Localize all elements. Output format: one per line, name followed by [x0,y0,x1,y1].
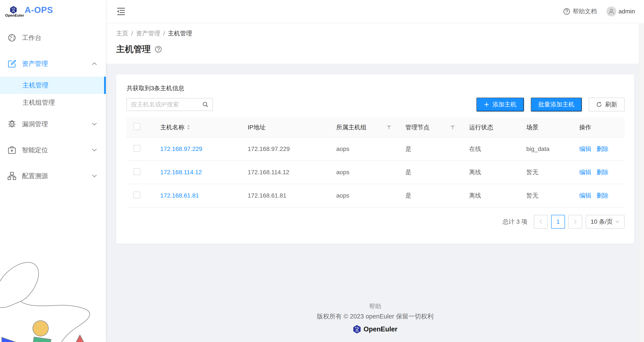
row-checkbox[interactable] [134,168,140,175]
bug-icon [7,120,16,129]
title-help-icon[interactable] [155,46,162,53]
row-checkbox[interactable] [134,192,140,198]
filter-icon[interactable] [386,125,392,130]
delete-link[interactable]: 删除 [596,146,608,152]
col-host-name: 主机名称 [160,123,184,132]
add-host-button[interactable]: 添加主机 [476,98,524,112]
app-title: A-OPS [24,5,53,15]
edit-square-icon [7,59,16,68]
user-menu[interactable]: admin [606,6,635,16]
sidebar-item-vulnerability[interactable]: 漏洞管理 [0,111,106,137]
topbar: 帮助文档 admin [106,0,644,23]
col-run-status: 运行状态 [469,124,493,130]
sidebar-subitem-label: 主机管理 [22,81,48,90]
sidebar-decoration [0,256,106,342]
chevron-up-icon [92,62,97,66]
footer-help-link[interactable]: 帮助 [116,302,634,310]
table-row: 172.168.61.81 172.168.61.81 aops 是 离线 暂无… [126,184,624,207]
chevron-down-icon [92,148,97,152]
help-doc-link[interactable]: 帮助文档 [563,7,597,16]
pagination: 总计 3 项 1 10 条/页 [126,215,624,229]
management-node: 是 [405,146,412,152]
host-name-link[interactable]: 172.168.61.81 [160,192,199,199]
chevron-down-icon [92,122,97,126]
search-input[interactable] [131,101,202,108]
sidebar-item-label: 配置溯源 [22,172,48,180]
app-logo[interactable]: OpenEuler A-OPS [0,0,106,25]
col-ip: IP地址 [248,124,266,130]
delete-link[interactable]: 删除 [596,169,608,176]
openeuler-wordmark: OpenEuler [5,14,22,18]
management-node: 是 [405,192,412,199]
col-management-node: 管理节点 [405,123,430,132]
table-row: 172.168.114.12 172.168.114.12 aops 是 离线 … [126,161,624,184]
sidebar-item-workbench[interactable]: 工作台 [0,25,106,51]
pagination-total: 总计 3 项 [502,218,528,226]
host-name-link[interactable]: 172.168.97.229 [160,146,202,152]
breadcrumb-separator: / [131,30,133,37]
prev-page-button[interactable] [534,215,548,229]
search-box [126,98,213,111]
breadcrumb-home[interactable]: 主页 [116,29,128,38]
host-group: aops [336,146,350,152]
sidebar-item-host-management[interactable]: 主机管理 [0,77,106,94]
breadcrumb-assets[interactable]: 资产管理 [136,29,160,38]
batch-add-host-button[interactable]: 批量添加主机 [531,98,582,112]
add-host-label: 添加主机 [492,100,516,108]
host-count-text: 共获取到3条主机信息 [126,74,624,92]
sidebar-item-label: 工作台 [22,34,42,42]
table-header-row: 主机名称 IP地址 所属主机组 管理节点 [126,118,624,137]
page-size-value: 10 条/页 [591,218,613,226]
filter-icon[interactable] [450,125,455,130]
content: 共获取到3条主机信息 [106,64,644,342]
next-page-button[interactable] [568,215,582,229]
reload-icon [596,102,602,108]
batch-add-label: 批量添加主机 [538,100,574,108]
page-scrollbar[interactable] [639,24,644,342]
medicine-box-icon [7,146,16,154]
sidebar-item-assets[interactable]: 资产管理 [0,51,106,77]
host-group: aops [336,169,350,176]
sidebar-item-config-trace[interactable]: 配置溯源 [0,163,106,189]
delete-link[interactable]: 删除 [596,192,608,199]
host-ip: 172.168.61.81 [248,192,286,199]
sidebar: OpenEuler A-OPS 工作台 [0,0,106,342]
edit-link[interactable]: 编辑 [579,146,591,152]
breadcrumb-current: 主机管理 [168,29,192,38]
sidebar-item-host-group-management[interactable]: 主机组管理 [0,94,106,111]
footer-brand-label: OpenEuler [364,326,398,333]
footer-brand: OpenEuler [116,325,634,334]
sort-icon[interactable] [187,125,190,130]
col-host-group: 所属主机组 [336,123,366,132]
edit-link[interactable]: 编辑 [579,192,591,199]
refresh-button[interactable]: 刷新 [589,98,624,112]
footer-copyright: 版权所有 © 2023 openEuler 保留一切权利 [116,312,634,321]
col-scene: 场景 [526,124,538,130]
run-status: 离线 [469,192,481,199]
run-status: 在线 [469,146,481,152]
main-area: 帮助文档 admin 主页 / 资产管理 / 主机管理 主机管理 [106,0,644,342]
page-1-button[interactable]: 1 [551,215,565,229]
page-head: 主页 / 资产管理 / 主机管理 主机管理 [106,23,644,64]
row-checkbox[interactable] [134,145,140,152]
host-group: aops [336,192,350,199]
breadcrumb: 主页 / 资产管理 / 主机管理 [116,29,634,38]
sidebar-item-label: 漏洞管理 [22,120,48,129]
select-all-checkbox[interactable] [134,123,140,130]
page-size-select[interactable]: 10 条/页 [586,215,624,229]
search-icon[interactable] [202,101,208,108]
menu-fold-icon[interactable] [116,7,126,16]
sidebar-item-label: 资产管理 [22,60,48,68]
page-title: 主机管理 [116,43,151,55]
help-doc-label: 帮助文档 [573,7,597,16]
username: admin [618,8,635,15]
table-row: 172.168.97.229 172.168.97.229 aops 是 在线 … [126,137,624,161]
edit-link[interactable]: 编辑 [579,169,591,176]
openeuler-logo-icon [353,325,361,334]
breadcrumb-separator: / [163,30,165,37]
host-name-link[interactable]: 172.168.114.12 [160,169,202,176]
scene: 暂无 [526,192,538,199]
host-ip: 172.168.97.229 [248,146,290,152]
sidebar-nav: 工作台 资产管理 主机管理 主机组管理 [0,25,106,189]
sidebar-item-smart-location[interactable]: 智能定位 [0,137,106,163]
